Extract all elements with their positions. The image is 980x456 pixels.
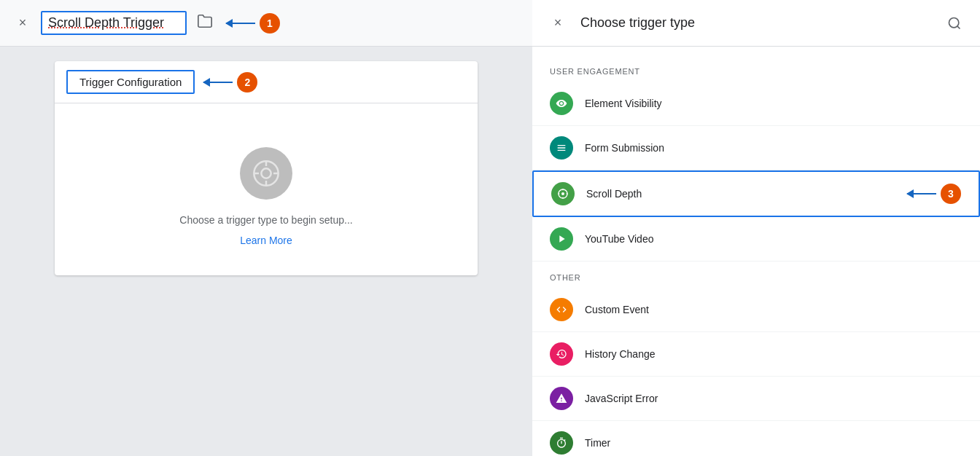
youtube-video-icon — [550, 227, 573, 251]
annotation-2-group: 2 — [203, 72, 257, 93]
right-header: × Choose trigger type — [532, 0, 980, 47]
arrow-1 — [226, 23, 255, 24]
javascript-error-icon — [550, 387, 573, 410]
right-close-button[interactable]: × — [547, 12, 569, 34]
svg-point-6 — [949, 17, 959, 27]
svg-point-8 — [561, 192, 564, 195]
trigger-config-header: Trigger Configuration 2 — [55, 61, 478, 103]
svg-line-7 — [957, 25, 960, 28]
history-change-label: History Change — [585, 348, 656, 360]
javascript-error-label: JavaScript Error — [585, 393, 658, 404]
timer-label: Timer — [585, 437, 610, 449]
history-change-icon — [550, 342, 573, 366]
badge-3: 3 — [941, 184, 961, 204]
left-header: × 1 — [0, 0, 532, 47]
scroll-depth-label: Scroll Depth — [586, 188, 642, 200]
form-submission-icon — [550, 136, 573, 160]
section-user-engagement: User Engagement — [532, 61, 980, 82]
scroll-depth-icon — [551, 182, 575, 205]
trigger-item-javascript-error[interactable]: JavaScript Error — [532, 377, 980, 421]
trigger-item-custom-event[interactable]: Custom Event — [532, 288, 980, 332]
form-submission-label: Form Submission — [585, 142, 664, 154]
right-content: User Engagement Element Visibility Form … — [532, 47, 980, 456]
trigger-item-youtube-video[interactable]: YouTube Video — [532, 217, 980, 262]
trigger-item-element-visibility[interactable]: Element Visibility — [532, 82, 980, 126]
folder-icon[interactable] — [197, 13, 213, 33]
badge-1: 1 — [260, 13, 280, 34]
search-button[interactable] — [944, 12, 965, 34]
right-panel-title: Choose trigger type — [580, 15, 932, 31]
trigger-config-body: Choose a trigger type to begin setup... … — [55, 103, 478, 275]
trigger-item-history-change[interactable]: History Change — [532, 332, 980, 377]
trigger-config-label: Trigger Configuration — [79, 76, 182, 88]
arrow-2 — [203, 82, 233, 83]
trigger-item-form-submission[interactable]: Form Submission — [532, 126, 980, 170]
badge-2: 2 — [237, 72, 257, 93]
left-content: Trigger Configuration 2 — [0, 47, 532, 456]
arrow-3 — [907, 193, 936, 194]
placeholder-text: Choose a trigger type to begin setup... — [179, 214, 352, 226]
right-panel: × Choose trigger type User Engagement El… — [532, 0, 980, 456]
trigger-config-section: Trigger Configuration 2 — [55, 61, 478, 275]
youtube-video-label: YouTube Video — [585, 233, 653, 245]
element-visibility-label: Element Visibility — [585, 98, 662, 109]
close-icon: × — [19, 15, 27, 31]
trigger-config-label-wrapper: Trigger Configuration — [66, 70, 195, 94]
element-visibility-icon — [550, 92, 573, 115]
section-other: Other — [532, 267, 980, 288]
left-panel: × 1 Trigger Configuration 2 — [0, 0, 532, 456]
annotation-1-group: 1 — [226, 13, 280, 34]
trigger-name-input[interactable] — [48, 15, 179, 31]
title-input-wrapper — [41, 11, 187, 35]
timer-icon — [550, 431, 573, 455]
trigger-item-timer[interactable]: Timer — [532, 421, 980, 456]
learn-more-link[interactable]: Learn More — [240, 235, 292, 246]
custom-event-label: Custom Event — [585, 304, 649, 315]
annotation-3-group: 3 — [907, 184, 961, 204]
trigger-item-scroll-depth[interactable]: Scroll Depth 3 — [532, 170, 980, 217]
placeholder-icon — [240, 147, 292, 200]
close-button[interactable]: × — [12, 12, 34, 34]
right-close-icon: × — [554, 15, 562, 31]
custom-event-icon — [550, 298, 573, 321]
svg-point-1 — [261, 168, 271, 178]
